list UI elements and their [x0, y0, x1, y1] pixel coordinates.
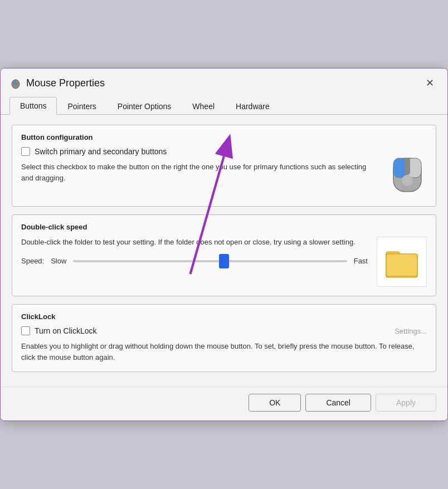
tab-hardware[interactable]: Hardware	[225, 97, 280, 115]
close-button[interactable]: ✕	[421, 74, 439, 92]
slow-label: Slow	[51, 257, 66, 265]
settings-button[interactable]: Settings...	[395, 327, 427, 335]
folder-icon-container[interactable]	[377, 237, 427, 287]
bottom-bar: OK Cancel Apply	[1, 387, 447, 420]
mouse-properties-window: Mouse Properties ✕ Buttons Pointers Poin…	[0, 68, 448, 421]
svg-rect-13	[386, 254, 417, 276]
button-config-title: Button configuration	[21, 133, 427, 141]
clicklock-checkbox[interactable]	[21, 326, 30, 335]
svg-rect-3	[14, 80, 16, 82]
speed-slider-thumb[interactable]	[219, 254, 229, 268]
window-title: Mouse Properties	[26, 77, 105, 89]
svg-rect-9	[405, 158, 410, 175]
clicklock-label: Turn on ClickLock	[35, 326, 97, 335]
ok-button[interactable]: OK	[249, 394, 301, 412]
title-bar-left: Mouse Properties	[9, 77, 105, 89]
window-mouse-icon	[9, 77, 22, 89]
content-area: Button configuration Switch primary and …	[1, 115, 447, 387]
clicklock-checkbox-row: Turn on ClickLock	[21, 326, 97, 335]
clicklock-section: ClickLock Turn on ClickLock Settings... …	[12, 304, 436, 372]
cancel-button[interactable]: Cancel	[305, 394, 371, 412]
button-config-section: Button configuration Switch primary and …	[12, 125, 436, 207]
double-click-section: Double-click speed Double-click the fold…	[12, 214, 436, 296]
clicklock-title: ClickLock	[21, 312, 427, 321]
apply-button[interactable]: Apply	[376, 394, 436, 412]
svg-point-10	[402, 175, 413, 186]
button-config-inner: Switch primary and secondary buttons Sel…	[21, 147, 427, 197]
title-bar: Mouse Properties ✕	[1, 69, 447, 92]
clicklock-description: Enables you to highlight or drag without…	[21, 341, 427, 363]
speed-row: Speed: Slow Fast	[21, 255, 368, 268]
tab-pointer-options[interactable]: Pointer Options	[107, 97, 182, 115]
tab-pointers[interactable]: Pointers	[57, 97, 106, 115]
folder-icon	[385, 244, 418, 280]
switch-buttons-row: Switch primary and secondary buttons	[21, 147, 379, 156]
fast-label: Fast	[354, 257, 368, 265]
double-click-inner: Double-click the folder to test your set…	[21, 237, 427, 287]
switch-buttons-label: Switch primary and secondary buttons	[35, 147, 167, 156]
double-click-title: Double-click speed	[21, 223, 427, 231]
tab-buttons[interactable]: Buttons	[9, 97, 57, 115]
tabs-bar: Buttons Pointers Pointer Options Wheel H…	[1, 92, 447, 115]
switch-buttons-checkbox[interactable]	[21, 147, 30, 156]
speed-label: Speed:	[21, 257, 44, 265]
mouse-image	[388, 147, 427, 197]
double-click-description: Double-click the folder to test your set…	[21, 237, 368, 248]
speed-slider-track	[73, 260, 347, 262]
button-config-description: Select this checkbox to make the button …	[21, 162, 379, 183]
double-click-left: Double-click the folder to test your set…	[21, 237, 368, 268]
clicklock-row: Turn on ClickLock Settings...	[21, 326, 427, 335]
button-config-text: Switch primary and secondary buttons Sel…	[21, 147, 379, 183]
tab-wheel[interactable]: Wheel	[182, 97, 225, 115]
speed-slider-container	[73, 255, 347, 268]
